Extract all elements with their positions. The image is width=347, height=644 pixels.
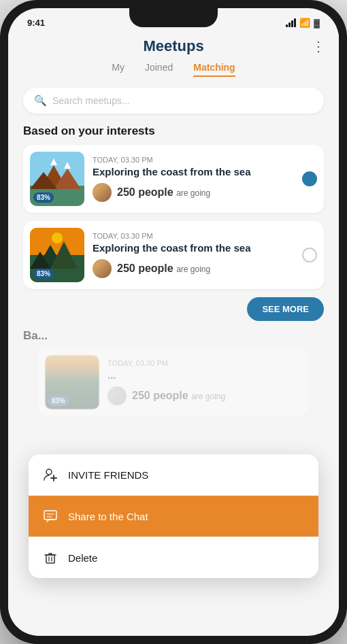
person-add-icon bbox=[42, 467, 59, 483]
menu-share-label: Share to the Chat bbox=[68, 511, 148, 522]
menu-invite-label: INVITE FRIENDS bbox=[68, 469, 148, 481]
menu-item-invite[interactable]: INVITE FRIENDS bbox=[29, 454, 318, 496]
battery-icon: ▓ bbox=[314, 18, 320, 28]
menu-delete-label: Delete bbox=[68, 552, 97, 564]
chat-icon bbox=[42, 508, 59, 524]
trash-icon bbox=[42, 549, 59, 566]
wifi-icon: 📶 bbox=[299, 18, 310, 28]
context-menu-overlay: INVITE FRIENDS Share to the Cha bbox=[8, 32, 339, 632]
svg-rect-20 bbox=[46, 555, 54, 563]
status-time: 9:41 bbox=[27, 18, 45, 28]
phone-screen: 9:41 📶 ▓ Meetups ⋮ My bbox=[8, 8, 339, 636]
signal-icon bbox=[286, 18, 296, 27]
svg-point-14 bbox=[46, 469, 52, 475]
notch bbox=[129, 8, 218, 27]
menu-item-share[interactable]: Share to the Chat bbox=[29, 496, 318, 537]
context-menu: INVITE FRIENDS Share to the Cha bbox=[29, 454, 318, 578]
phone-frame: 9:41 📶 ▓ Meetups ⋮ My bbox=[0, 0, 347, 644]
menu-item-delete[interactable]: Delete bbox=[29, 537, 318, 578]
svg-rect-17 bbox=[44, 511, 56, 520]
app-content: Meetups ⋮ My Joined Matching 🔍 Search me… bbox=[8, 32, 339, 632]
status-icons: 📶 ▓ bbox=[286, 18, 320, 28]
